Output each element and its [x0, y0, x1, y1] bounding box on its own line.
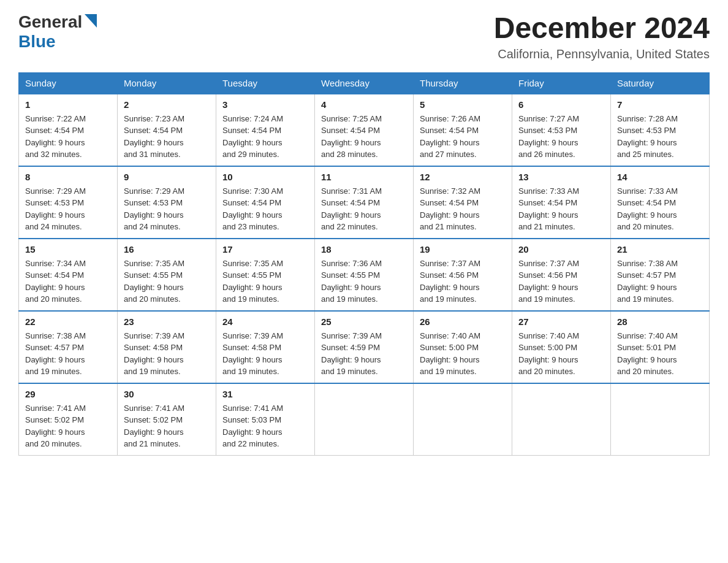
- day-number: 16: [124, 244, 210, 255]
- calendar-day-cell: 12 Sunrise: 7:32 AM Sunset: 4:54 PM Dayl…: [414, 166, 512, 239]
- location-title: California, Pennsylvania, United States: [494, 47, 710, 61]
- calendar-day-cell: 5 Sunrise: 7:26 AM Sunset: 4:54 PM Dayli…: [414, 94, 512, 166]
- day-number: 28: [617, 316, 703, 327]
- calendar-week-row: 1 Sunrise: 7:22 AM Sunset: 4:54 PM Dayli…: [19, 94, 710, 166]
- day-number: 13: [518, 172, 604, 182]
- calendar-day-cell: 21 Sunrise: 7:38 AM Sunset: 4:57 PM Dayl…: [611, 239, 710, 311]
- calendar-day-cell: [315, 383, 414, 456]
- calendar-day-cell: 17 Sunrise: 7:35 AM Sunset: 4:55 PM Dayl…: [216, 239, 315, 311]
- day-number: 18: [321, 244, 407, 255]
- calendar-day-cell: 24 Sunrise: 7:39 AM Sunset: 4:58 PM Dayl…: [216, 311, 315, 383]
- day-info: Sunrise: 7:35 AM Sunset: 4:55 PM Dayligh…: [222, 258, 308, 305]
- calendar-day-cell: 4 Sunrise: 7:25 AM Sunset: 4:54 PM Dayli…: [315, 94, 414, 166]
- day-info: Sunrise: 7:39 AM Sunset: 4:59 PM Dayligh…: [321, 330, 407, 378]
- calendar-day-cell: 23 Sunrise: 7:39 AM Sunset: 4:58 PM Dayl…: [118, 311, 216, 383]
- day-info: Sunrise: 7:33 AM Sunset: 4:54 PM Dayligh…: [518, 185, 604, 233]
- day-info: Sunrise: 7:32 AM Sunset: 4:54 PM Dayligh…: [420, 185, 506, 233]
- day-info: Sunrise: 7:36 AM Sunset: 4:55 PM Dayligh…: [321, 258, 407, 305]
- calendar-day-cell: 19 Sunrise: 7:37 AM Sunset: 4:56 PM Dayl…: [414, 239, 512, 311]
- calendar-day-cell: 2 Sunrise: 7:23 AM Sunset: 4:54 PM Dayli…: [118, 94, 216, 166]
- day-number: 5: [420, 99, 506, 110]
- logo: General Blue: [18, 12, 97, 52]
- day-info: Sunrise: 7:24 AM Sunset: 4:54 PM Dayligh…: [222, 113, 308, 161]
- day-info: Sunrise: 7:27 AM Sunset: 4:53 PM Dayligh…: [518, 113, 604, 161]
- calendar-day-cell: 11 Sunrise: 7:31 AM Sunset: 4:54 PM Dayl…: [315, 166, 414, 239]
- weekday-header-friday: Friday: [512, 72, 611, 94]
- day-number: 14: [617, 172, 703, 182]
- logo-blue-text: Blue: [18, 32, 56, 52]
- title-section: December 2024 California, Pennsylvania, …: [494, 12, 710, 61]
- calendar-day-cell: 1 Sunrise: 7:22 AM Sunset: 4:54 PM Dayli…: [19, 94, 118, 166]
- day-number: 11: [321, 172, 407, 182]
- weekday-header-tuesday: Tuesday: [216, 72, 315, 94]
- calendar-day-cell: 20 Sunrise: 7:37 AM Sunset: 4:56 PM Dayl…: [512, 239, 611, 311]
- calendar-day-cell: [414, 383, 512, 456]
- weekday-header-saturday: Saturday: [611, 72, 710, 94]
- day-number: 20: [518, 244, 604, 255]
- calendar-day-cell: 26 Sunrise: 7:40 AM Sunset: 5:00 PM Dayl…: [414, 311, 512, 383]
- day-info: Sunrise: 7:37 AM Sunset: 4:56 PM Dayligh…: [420, 258, 506, 305]
- day-info: Sunrise: 7:28 AM Sunset: 4:53 PM Dayligh…: [617, 113, 703, 161]
- calendar-day-cell: 28 Sunrise: 7:40 AM Sunset: 5:01 PM Dayl…: [611, 311, 710, 383]
- day-info: Sunrise: 7:35 AM Sunset: 4:55 PM Dayligh…: [124, 258, 210, 305]
- day-info: Sunrise: 7:41 AM Sunset: 5:03 PM Dayligh…: [222, 402, 308, 450]
- calendar-day-cell: 30 Sunrise: 7:41 AM Sunset: 5:02 PM Dayl…: [118, 383, 216, 456]
- day-info: Sunrise: 7:23 AM Sunset: 4:54 PM Dayligh…: [124, 113, 210, 161]
- calendar-day-cell: 14 Sunrise: 7:33 AM Sunset: 4:54 PM Dayl…: [611, 166, 710, 239]
- day-number: 2: [124, 99, 210, 110]
- day-info: Sunrise: 7:33 AM Sunset: 4:54 PM Dayligh…: [617, 185, 703, 233]
- day-info: Sunrise: 7:22 AM Sunset: 4:54 PM Dayligh…: [25, 113, 111, 161]
- calendar-week-row: 8 Sunrise: 7:29 AM Sunset: 4:53 PM Dayli…: [19, 166, 710, 239]
- day-info: Sunrise: 7:39 AM Sunset: 4:58 PM Dayligh…: [222, 330, 308, 378]
- day-number: 6: [518, 99, 604, 110]
- day-info: Sunrise: 7:38 AM Sunset: 4:57 PM Dayligh…: [25, 330, 111, 378]
- day-info: Sunrise: 7:38 AM Sunset: 4:57 PM Dayligh…: [617, 258, 703, 305]
- day-info: Sunrise: 7:31 AM Sunset: 4:54 PM Dayligh…: [321, 185, 407, 233]
- calendar-day-cell: 25 Sunrise: 7:39 AM Sunset: 4:59 PM Dayl…: [315, 311, 414, 383]
- calendar-day-cell: 7 Sunrise: 7:28 AM Sunset: 4:53 PM Dayli…: [611, 94, 710, 166]
- day-number: 22: [25, 316, 111, 327]
- day-number: 17: [222, 244, 308, 255]
- day-number: 10: [222, 172, 308, 182]
- weekday-header-sunday: Sunday: [19, 72, 118, 94]
- calendar-day-cell: 27 Sunrise: 7:40 AM Sunset: 5:00 PM Dayl…: [512, 311, 611, 383]
- day-number: 24: [222, 316, 308, 327]
- day-info: Sunrise: 7:29 AM Sunset: 4:53 PM Dayligh…: [124, 185, 210, 233]
- weekday-header-row: SundayMondayTuesdayWednesdayThursdayFrid…: [19, 72, 710, 94]
- calendar-week-row: 15 Sunrise: 7:34 AM Sunset: 4:54 PM Dayl…: [19, 239, 710, 311]
- day-number: 25: [321, 316, 407, 327]
- day-info: Sunrise: 7:41 AM Sunset: 5:02 PM Dayligh…: [25, 402, 111, 450]
- calendar-week-row: 29 Sunrise: 7:41 AM Sunset: 5:02 PM Dayl…: [19, 383, 710, 456]
- calendar-day-cell: 18 Sunrise: 7:36 AM Sunset: 4:55 PM Dayl…: [315, 239, 414, 311]
- calendar-day-cell: 6 Sunrise: 7:27 AM Sunset: 4:53 PM Dayli…: [512, 94, 611, 166]
- calendar-day-cell: [611, 383, 710, 456]
- day-info: Sunrise: 7:34 AM Sunset: 4:54 PM Dayligh…: [25, 258, 111, 305]
- day-info: Sunrise: 7:25 AM Sunset: 4:54 PM Dayligh…: [321, 113, 407, 161]
- calendar-day-cell: 10 Sunrise: 7:30 AM Sunset: 4:54 PM Dayl…: [216, 166, 315, 239]
- calendar-day-cell: 9 Sunrise: 7:29 AM Sunset: 4:53 PM Dayli…: [118, 166, 216, 239]
- svg-marker-0: [85, 14, 97, 28]
- day-info: Sunrise: 7:41 AM Sunset: 5:02 PM Dayligh…: [124, 402, 210, 450]
- day-number: 19: [420, 244, 506, 255]
- day-number: 30: [124, 389, 210, 399]
- calendar-day-cell: 13 Sunrise: 7:33 AM Sunset: 4:54 PM Dayl…: [512, 166, 611, 239]
- day-info: Sunrise: 7:40 AM Sunset: 5:00 PM Dayligh…: [518, 330, 604, 378]
- day-number: 1: [25, 99, 111, 110]
- weekday-header-wednesday: Wednesday: [315, 72, 414, 94]
- day-info: Sunrise: 7:39 AM Sunset: 4:58 PM Dayligh…: [124, 330, 210, 378]
- calendar-day-cell: 3 Sunrise: 7:24 AM Sunset: 4:54 PM Dayli…: [216, 94, 315, 166]
- calendar-day-cell: [512, 383, 611, 456]
- day-info: Sunrise: 7:40 AM Sunset: 5:01 PM Dayligh…: [617, 330, 703, 378]
- day-number: 8: [25, 172, 111, 182]
- weekday-header-monday: Monday: [118, 72, 216, 94]
- day-number: 15: [25, 244, 111, 255]
- day-info: Sunrise: 7:29 AM Sunset: 4:53 PM Dayligh…: [25, 185, 111, 233]
- calendar-day-cell: 22 Sunrise: 7:38 AM Sunset: 4:57 PM Dayl…: [19, 311, 118, 383]
- day-info: Sunrise: 7:26 AM Sunset: 4:54 PM Dayligh…: [420, 113, 506, 161]
- day-number: 3: [222, 99, 308, 110]
- calendar-day-cell: 8 Sunrise: 7:29 AM Sunset: 4:53 PM Dayli…: [19, 166, 118, 239]
- calendar-week-row: 22 Sunrise: 7:38 AM Sunset: 4:57 PM Dayl…: [19, 311, 710, 383]
- logo-arrow-icon: [85, 14, 97, 30]
- weekday-header-thursday: Thursday: [414, 72, 512, 94]
- day-number: 4: [321, 99, 407, 110]
